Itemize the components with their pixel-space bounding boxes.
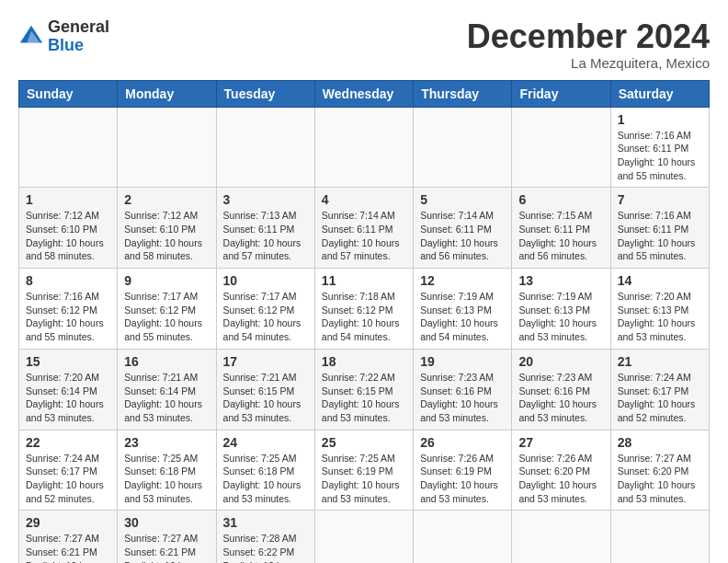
calendar-cell: 1 Sunrise: 7:12 AMSunset: 6:10 PMDayligh…: [19, 188, 118, 269]
page-header: General Blue December 2024 La Mezquitera…: [18, 18, 710, 71]
calendar-cell: 11 Sunrise: 7:18 AMSunset: 6:12 PMDaylig…: [314, 269, 413, 350]
calendar-cell: 30 Sunrise: 7:27 AMSunset: 6:21 PMDaylig…: [118, 511, 216, 563]
calendar-cell: [216, 107, 314, 188]
logo-icon: [18, 24, 44, 50]
calendar-cell: 29 Sunrise: 7:27 AMSunset: 6:21 PMDaylig…: [19, 511, 118, 563]
calendar-cell: [118, 107, 216, 188]
calendar-cell: [414, 107, 512, 188]
day-number: 24: [223, 435, 308, 450]
day-number: 1: [26, 192, 110, 207]
logo-general-text: General: [48, 17, 109, 36]
calendar-cell: [314, 107, 413, 188]
day-number: 4: [322, 192, 406, 207]
calendar-cell: 26 Sunrise: 7:26 AMSunset: 6:19 PMDaylig…: [414, 430, 512, 511]
day-number: 6: [518, 192, 603, 207]
day-detail: Sunrise: 7:20 AMSunset: 6:14 PMDaylight:…: [26, 372, 104, 423]
calendar-cell: 15 Sunrise: 7:20 AMSunset: 6:14 PMDaylig…: [19, 349, 118, 430]
day-number: 30: [124, 515, 209, 530]
day-detail: Sunrise: 7:23 AMSunset: 6:16 PMDaylight:…: [518, 372, 597, 423]
calendar-cell: 3 Sunrise: 7:13 AMSunset: 6:11 PMDayligh…: [216, 188, 314, 269]
calendar-cell: 8 Sunrise: 7:16 AMSunset: 6:12 PMDayligh…: [19, 269, 118, 350]
day-detail: Sunrise: 7:16 AMSunset: 6:12 PMDaylight:…: [26, 291, 104, 342]
calendar-cell: [610, 511, 709, 563]
day-number: 21: [618, 354, 702, 369]
weekday-header-wednesday: Wednesday: [314, 80, 413, 107]
weekday-header-friday: Friday: [512, 80, 610, 107]
logo: General Blue: [18, 18, 109, 55]
calendar-cell: 18 Sunrise: 7:22 AMSunset: 6:15 PMDaylig…: [314, 349, 413, 430]
calendar-cell: 10 Sunrise: 7:17 AMSunset: 6:12 PMDaylig…: [216, 269, 314, 350]
day-number: 16: [124, 354, 209, 369]
calendar-cell: 19 Sunrise: 7:23 AMSunset: 6:16 PMDaylig…: [414, 349, 512, 430]
weekday-header-monday: Monday: [118, 80, 216, 107]
calendar-cell: [414, 511, 512, 563]
calendar-cell: 13 Sunrise: 7:19 AMSunset: 6:13 PMDaylig…: [512, 269, 610, 350]
day-detail: Sunrise: 7:27 AMSunset: 6:21 PMDaylight:…: [124, 533, 202, 563]
calendar-table: SundayMondayTuesdayWednesdayThursdayFrid…: [18, 80, 710, 563]
day-number: 8: [26, 273, 110, 288]
calendar-cell: 24 Sunrise: 7:25 AMSunset: 6:18 PMDaylig…: [216, 430, 314, 511]
calendar-cell: 17 Sunrise: 7:21 AMSunset: 6:15 PMDaylig…: [216, 349, 314, 430]
day-number: 10: [223, 273, 308, 288]
weekday-header-sunday: Sunday: [19, 80, 118, 107]
day-detail: Sunrise: 7:19 AMSunset: 6:13 PMDaylight:…: [420, 291, 498, 342]
day-detail: Sunrise: 7:15 AMSunset: 6:11 PMDaylight:…: [518, 210, 597, 261]
calendar-cell: 5 Sunrise: 7:14 AMSunset: 6:11 PMDayligh…: [414, 188, 512, 269]
day-detail: Sunrise: 7:13 AMSunset: 6:11 PMDaylight:…: [223, 210, 301, 261]
calendar-header: SundayMondayTuesdayWednesdayThursdayFrid…: [19, 80, 710, 107]
day-detail: Sunrise: 7:27 AMSunset: 6:21 PMDaylight:…: [26, 533, 104, 563]
calendar-cell: 1 Sunrise: 7:16 AMSunset: 6:11 PMDayligh…: [610, 107, 709, 188]
day-detail: Sunrise: 7:21 AMSunset: 6:15 PMDaylight:…: [223, 372, 301, 423]
logo-blue-text: Blue: [48, 36, 84, 54]
day-detail: Sunrise: 7:16 AMSunset: 6:11 PMDaylight:…: [618, 130, 696, 181]
calendar-cell: 25 Sunrise: 7:25 AMSunset: 6:19 PMDaylig…: [314, 430, 413, 511]
calendar-cell: 4 Sunrise: 7:14 AMSunset: 6:11 PMDayligh…: [314, 188, 413, 269]
calendar-cell: [512, 107, 610, 188]
day-number: 17: [223, 354, 308, 369]
calendar-cell: 21 Sunrise: 7:24 AMSunset: 6:17 PMDaylig…: [610, 349, 709, 430]
calendar-cell: 12 Sunrise: 7:19 AMSunset: 6:13 PMDaylig…: [414, 269, 512, 350]
calendar-cell: [314, 511, 413, 563]
calendar-cell: 31 Sunrise: 7:28 AMSunset: 6:22 PMDaylig…: [216, 511, 314, 563]
day-number: 9: [124, 273, 209, 288]
day-detail: Sunrise: 7:24 AMSunset: 6:17 PMDaylight:…: [26, 453, 104, 504]
day-number: 5: [420, 192, 505, 207]
day-detail: Sunrise: 7:12 AMSunset: 6:10 PMDaylight:…: [124, 210, 202, 261]
day-detail: Sunrise: 7:17 AMSunset: 6:12 PMDaylight:…: [124, 291, 202, 342]
day-detail: Sunrise: 7:25 AMSunset: 6:18 PMDaylight:…: [223, 453, 301, 504]
day-number: 3: [223, 192, 308, 207]
calendar-cell: 9 Sunrise: 7:17 AMSunset: 6:12 PMDayligh…: [118, 269, 216, 350]
calendar-cell: 28 Sunrise: 7:27 AMSunset: 6:20 PMDaylig…: [610, 430, 709, 511]
weekday-header-tuesday: Tuesday: [216, 80, 314, 107]
day-number: 11: [322, 273, 406, 288]
calendar-cell: 6 Sunrise: 7:15 AMSunset: 6:11 PMDayligh…: [512, 188, 610, 269]
day-number: 25: [322, 435, 406, 450]
day-number: 31: [223, 515, 308, 530]
day-detail: Sunrise: 7:14 AMSunset: 6:11 PMDaylight:…: [420, 210, 498, 261]
weekday-header-saturday: Saturday: [610, 80, 709, 107]
day-number: 7: [618, 192, 702, 207]
day-number: 1: [618, 112, 702, 127]
day-detail: Sunrise: 7:28 AMSunset: 6:22 PMDaylight:…: [223, 533, 301, 563]
calendar-cell: [19, 107, 118, 188]
day-number: 27: [518, 435, 603, 450]
day-detail: Sunrise: 7:27 AMSunset: 6:20 PMDaylight:…: [618, 453, 696, 504]
day-detail: Sunrise: 7:18 AMSunset: 6:12 PMDaylight:…: [322, 291, 400, 342]
day-detail: Sunrise: 7:21 AMSunset: 6:14 PMDaylight:…: [124, 372, 202, 423]
day-detail: Sunrise: 7:16 AMSunset: 6:11 PMDaylight:…: [618, 210, 696, 261]
day-number: 20: [518, 354, 603, 369]
day-detail: Sunrise: 7:22 AMSunset: 6:15 PMDaylight:…: [322, 372, 400, 423]
day-number: 13: [518, 273, 603, 288]
day-detail: Sunrise: 7:23 AMSunset: 6:16 PMDaylight:…: [420, 372, 498, 423]
day-number: 12: [420, 273, 505, 288]
calendar-cell: 27 Sunrise: 7:26 AMSunset: 6:20 PMDaylig…: [512, 430, 610, 511]
day-number: 22: [26, 435, 110, 450]
day-number: 28: [618, 435, 702, 450]
location-subtitle: La Mezquitera, Mexico: [467, 55, 710, 71]
calendar-cell: 23 Sunrise: 7:25 AMSunset: 6:18 PMDaylig…: [118, 430, 216, 511]
day-detail: Sunrise: 7:19 AMSunset: 6:13 PMDaylight:…: [518, 291, 597, 342]
day-number: 19: [420, 354, 505, 369]
day-detail: Sunrise: 7:25 AMSunset: 6:18 PMDaylight:…: [124, 453, 202, 504]
day-detail: Sunrise: 7:14 AMSunset: 6:11 PMDaylight:…: [322, 210, 400, 261]
day-detail: Sunrise: 7:25 AMSunset: 6:19 PMDaylight:…: [322, 453, 400, 504]
